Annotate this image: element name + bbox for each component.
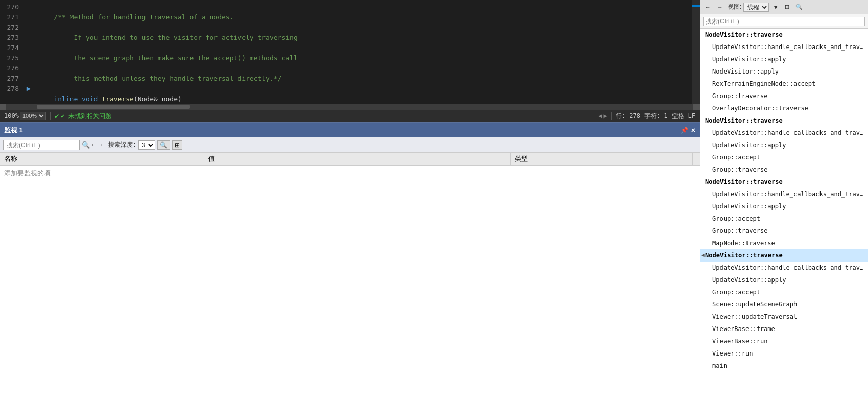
cs-item[interactable]: Group::accept xyxy=(700,213,868,225)
cs-item[interactable]: UpdateVisitor::apply xyxy=(700,200,868,213)
code-line: inline void traverse(Node& node) xyxy=(38,94,688,104)
callstack-toolbar: ← → 视图: 线程 ▼ ⊞ 🔍 xyxy=(700,0,868,14)
cs-item[interactable]: Group::traverse xyxy=(700,225,868,237)
h-scrollbar[interactable] xyxy=(0,104,700,110)
cs-item[interactable]: UpdateVisitor::handle_callbacks_and_trav… xyxy=(700,188,868,200)
line-numbers: 270271272273274275276277278 xyxy=(0,0,23,104)
cs-item[interactable]: Group::traverse xyxy=(700,90,868,102)
cs-item[interactable]: Group::accept xyxy=(700,286,868,298)
zoom-select[interactable]: 100% xyxy=(20,112,46,120)
code-content[interactable]: /** Method for handling traversal of a n… xyxy=(34,0,692,104)
cs-item[interactable]: Scene::updateSceneGraph xyxy=(700,298,868,311)
cs-search-bar xyxy=(700,14,868,29)
watch-columns-btn[interactable]: ⊞ xyxy=(172,140,182,150)
watch-panel: 监视 1 📌 × 🔍 ← → 搜索深度: 31245 🔍 ⊞ xyxy=(0,122,700,401)
watch-filter-btn[interactable]: 🔍 xyxy=(157,140,170,150)
search-icon: 🔍 xyxy=(82,141,90,149)
cs-item[interactable]: Group::traverse xyxy=(700,163,868,176)
cs-items-list: NodeVisitor::traverseUpdateVisitor::hand… xyxy=(700,29,868,401)
code-line: the scene graph then make sure the accep… xyxy=(38,53,688,63)
editor-status-bar: 100% 100% ✔ ✔ 未找到相关问题 ◀ ▶ 行: 278 xyxy=(0,110,700,122)
status-ok: ✔ ✔ 未找到相关问题 xyxy=(55,112,111,121)
depth-select[interactable]: 31245 xyxy=(138,140,155,150)
cs-item[interactable]: OverlayDecorator::traverse xyxy=(700,102,868,114)
row-indicator: 行: 278 xyxy=(616,112,640,121)
cs-item[interactable]: UpdateVisitor::apply xyxy=(700,274,868,286)
col-indicator: 字符: 1 xyxy=(644,112,668,121)
watch-pin-btn[interactable]: 📌 xyxy=(681,127,688,134)
back-arrow[interactable]: ← xyxy=(92,141,96,149)
cs-filter-btn[interactable]: ▼ xyxy=(770,3,781,12)
watch-close-btn[interactable]: × xyxy=(691,126,695,134)
col-type: 类型 xyxy=(511,153,692,165)
cs-forward-btn[interactable]: → xyxy=(714,3,726,12)
watch-title: 监视 1 xyxy=(4,126,681,135)
encoding-indicator: LF xyxy=(688,112,695,120)
cs-back-btn[interactable]: ← xyxy=(702,3,713,12)
col-value: 值 xyxy=(204,153,511,165)
zoom-value: 100% xyxy=(4,112,19,120)
forward-arrow[interactable]: → xyxy=(98,141,102,149)
code-line: If you intend to use the visitor for act… xyxy=(38,33,688,43)
code-line: /** Method for handling traversal of a n… xyxy=(38,12,688,22)
cs-item[interactable]: ViewerBase::run xyxy=(700,335,868,347)
cs-item[interactable]: UpdateVisitor::handle_callbacks_and_trav… xyxy=(700,262,868,274)
watch-scrollbar[interactable] xyxy=(692,153,700,165)
cs-item[interactable]: UpdateVisitor::handle_callbacks_and_trav… xyxy=(700,127,868,139)
cs-item[interactable]: NodeVisitor::traverse xyxy=(700,29,868,41)
watch-empty-hint[interactable]: 添加要监视的项 xyxy=(0,166,700,181)
cs-search-input[interactable] xyxy=(703,17,865,26)
indent-indicator: 空格 xyxy=(672,112,684,121)
scroll-arrows[interactable]: ◀ ▶ xyxy=(598,112,607,120)
cs-item[interactable]: Group::accept xyxy=(700,151,868,163)
watch-table-header: 名称 值 类型 xyxy=(0,153,700,166)
cs-item[interactable]: MapNode::traverse xyxy=(700,237,868,249)
cs-search-btn[interactable]: 🔍 xyxy=(793,3,805,11)
cs-item[interactable]: NodeVisitor::apply xyxy=(700,65,868,78)
cs-grid-btn[interactable]: ⊞ xyxy=(782,3,792,11)
minimap-scrollbar[interactable] xyxy=(692,0,700,104)
watch-search-input[interactable] xyxy=(3,140,80,150)
view-label: 视图: xyxy=(728,3,741,11)
cs-item[interactable]: Viewer::run xyxy=(700,347,868,360)
callstack-panel: ← → 视图: 线程 ▼ ⊞ 🔍 NodeVisitor::traverseUp… xyxy=(700,0,868,401)
cs-item[interactable]: UpdateVisitor::apply xyxy=(700,53,868,65)
cs-item[interactable]: NodeVisitor::traverse xyxy=(700,114,868,127)
cs-item[interactable]: UpdateVisitor::handle_callbacks_and_trav… xyxy=(700,41,868,53)
code-line: this method unless they handle traversal… xyxy=(38,74,688,84)
cs-item[interactable]: UpdateVisitor::apply xyxy=(700,139,868,151)
col-name: 名称 xyxy=(0,153,204,165)
current-arrow-icon: ◀ xyxy=(701,250,705,261)
view-select[interactable]: 线程 xyxy=(743,3,769,12)
cs-item[interactable]: NodeVisitor::traverse xyxy=(700,176,868,188)
depth-label: 搜索深度: xyxy=(108,140,136,149)
cs-item[interactable]: ◀NodeVisitor::traverse xyxy=(700,249,868,262)
code-editor[interactable]: 270271272273274275276277278 ▶ /** Method… xyxy=(0,0,700,110)
cs-item[interactable]: ViewerBase::frame xyxy=(700,323,868,335)
cs-item[interactable]: main xyxy=(700,360,868,372)
cs-item[interactable]: RexTerrainEngineNode::accept xyxy=(700,78,868,90)
watch-table: 名称 值 类型 添加要监视的项 xyxy=(0,153,700,401)
watch-search-bar: 🔍 ← → 搜索深度: 31245 🔍 ⊞ xyxy=(0,137,700,153)
cs-item[interactable]: Viewer::updateTraversal xyxy=(700,311,868,323)
watch-panel-header: 监视 1 📌 × xyxy=(0,123,700,137)
